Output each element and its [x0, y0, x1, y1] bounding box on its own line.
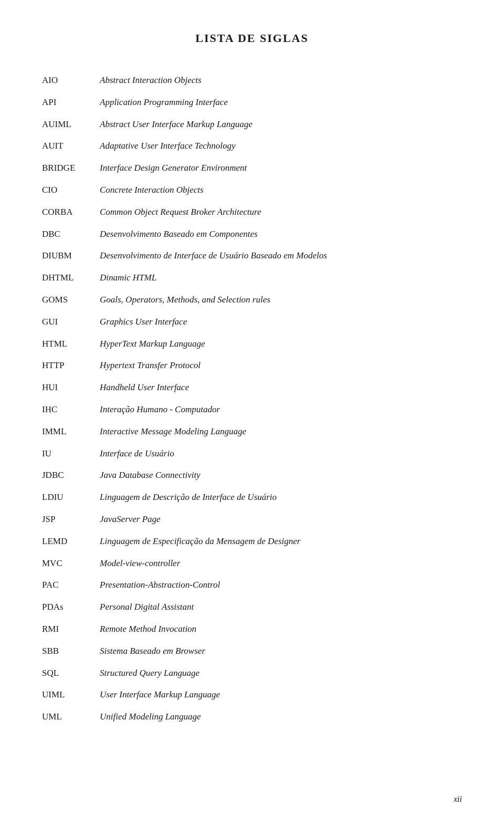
acronym-code: JSP — [42, 513, 100, 526]
list-item: GUIGraphics User Interface — [42, 316, 462, 328]
list-item: PACPresentation-Abstraction-Control — [42, 579, 462, 591]
acronym-definition: Unified Modeling Language — [100, 711, 462, 723]
acronym-definition: Structured Query Language — [100, 667, 462, 680]
list-item: HUIHandheld User Interface — [42, 381, 462, 394]
acronym-definition: Goals, Operators, Methods, and Selection… — [100, 294, 462, 306]
acronym-code: GOMS — [42, 294, 100, 306]
list-item: JSPJavaServer Page — [42, 513, 462, 526]
acronym-code: MVC — [42, 557, 100, 570]
acronym-code: UML — [42, 711, 100, 723]
acronym-definition: Remote Method Invocation — [100, 623, 462, 635]
acronym-definition: Desenvolvimento de Interface de Usuário … — [100, 249, 462, 262]
acronym-code: AIO — [42, 74, 100, 87]
list-item: AUIMLAbstract User Interface Markup Lang… — [42, 118, 462, 131]
acronym-code: RMI — [42, 623, 100, 635]
acronym-code: HUI — [42, 381, 100, 394]
acronym-code: DHTML — [42, 271, 100, 284]
list-item: MVCModel-view-controller — [42, 557, 462, 570]
list-item: UIMLUser Interface Markup Language — [42, 688, 462, 701]
acronym-definition: Hypertext Transfer Protocol — [100, 359, 462, 372]
list-item: UMLUnified Modeling Language — [42, 711, 462, 723]
acronym-code: IU — [42, 447, 100, 460]
acronym-code: BRIDGE — [42, 162, 100, 174]
acronym-definition: Common Object Request Broker Architectur… — [100, 206, 462, 218]
acronym-code: IHC — [42, 403, 100, 416]
page-title: LISTA DE SIGLAS — [42, 32, 462, 45]
acronym-code: SBB — [42, 645, 100, 657]
list-item: JDBCJava Database Connectivity — [42, 469, 462, 482]
acronym-code: DBC — [42, 228, 100, 241]
list-item: HTMLHyperText Markup Language — [42, 338, 462, 350]
acronym-code: IMML — [42, 425, 100, 438]
acronym-definition: Dinamic HTML — [100, 271, 462, 284]
list-item: IMMLInteractive Message Modeling Languag… — [42, 425, 462, 438]
acronym-code: CORBA — [42, 206, 100, 218]
acronym-definition: Handheld User Interface — [100, 381, 462, 394]
acronym-code: HTML — [42, 338, 100, 350]
acronym-definition: Linguagem de Especificação da Mensagem d… — [100, 535, 462, 548]
acronym-code: AUIML — [42, 118, 100, 131]
acronym-definition: Java Database Connectivity — [100, 469, 462, 482]
acronym-definition: Presentation-Abstraction-Control — [100, 579, 462, 591]
list-item: DIUBMDesenvolvimento de Interface de Usu… — [42, 249, 462, 262]
acronym-definition: Model-view-controller — [100, 557, 462, 570]
list-item: CIOConcrete Interaction Objects — [42, 184, 462, 196]
list-item: HTTPHypertext Transfer Protocol — [42, 359, 462, 372]
acronym-definition: Graphics User Interface — [100, 316, 462, 328]
acronym-definition: Personal Digital Assistant — [100, 601, 462, 613]
acronym-definition: Interação Humano - Computador — [100, 403, 462, 416]
acronym-definition: Interface de Usuário — [100, 447, 462, 460]
acronym-definition: Interactive Message Modeling Language — [100, 425, 462, 438]
acronym-code: AUIT — [42, 140, 100, 152]
list-item: LEMDLinguagem de Especificação da Mensag… — [42, 535, 462, 548]
acronym-code: API — [42, 96, 100, 109]
acronym-definition: Abstract Interaction Objects — [100, 74, 462, 87]
list-item: SQLStructured Query Language — [42, 667, 462, 680]
acronym-definition: Application Programming Interface — [100, 96, 462, 109]
list-item: DHTMLDinamic HTML — [42, 271, 462, 284]
acronym-definition: HyperText Markup Language — [100, 338, 462, 350]
acronym-code: LEMD — [42, 535, 100, 548]
list-item: AUITAdaptative User Interface Technology — [42, 140, 462, 152]
list-item: BRIDGEInterface Design Generator Environ… — [42, 162, 462, 174]
list-item: LDIU Linguagem de Descrição de Interface… — [42, 491, 462, 504]
list-item: DBCDesenvolvimento Baseado em Componente… — [42, 228, 462, 241]
acronym-code: GUI — [42, 316, 100, 328]
acronym-definition: JavaServer Page — [100, 513, 462, 526]
acronym-definition: Adaptative User Interface Technology — [100, 140, 462, 152]
acronym-code: CIO — [42, 184, 100, 196]
acronym-code: DIUBM — [42, 249, 100, 262]
page-number: xii — [454, 795, 462, 804]
list-item: CORBACommon Object Request Broker Archit… — [42, 206, 462, 218]
acronym-code: HTTP — [42, 359, 100, 372]
acronym-definition: Concrete Interaction Objects — [100, 184, 462, 196]
acronym-code: LDIU — [42, 491, 100, 504]
list-item: APIApplication Programming Interface — [42, 96, 462, 109]
list-item: RMIRemote Method Invocation — [42, 623, 462, 635]
acronym-code: SQL — [42, 667, 100, 680]
acronym-definition: Linguagem de Descrição de Interface de U… — [100, 491, 462, 504]
list-item: GOMSGoals, Operators, Methods, and Selec… — [42, 294, 462, 306]
list-item: IHCInteração Humano - Computador — [42, 403, 462, 416]
acronym-definition: Sistema Baseado em Browser — [100, 645, 462, 657]
acronym-definition: Interface Design Generator Environment — [100, 162, 462, 174]
list-item: AIOAbstract Interaction Objects — [42, 74, 462, 87]
acronym-code: PDAs — [42, 601, 100, 613]
acronym-definition: Abstract User Interface Markup Language — [100, 118, 462, 131]
acronym-list: AIOAbstract Interaction ObjectsAPIApplic… — [42, 74, 462, 723]
acronym-definition: Desenvolvimento Baseado em Componentes — [100, 228, 462, 241]
acronym-definition: User Interface Markup Language — [100, 688, 462, 701]
page-container: LISTA DE SIGLAS AIOAbstract Interaction … — [0, 0, 504, 825]
list-item: SBBSistema Baseado em Browser — [42, 645, 462, 657]
list-item: IUInterface de Usuário — [42, 447, 462, 460]
acronym-code: UIML — [42, 688, 100, 701]
acronym-code: JDBC — [42, 469, 100, 482]
list-item: PDAsPersonal Digital Assistant — [42, 601, 462, 613]
acronym-code: PAC — [42, 579, 100, 591]
